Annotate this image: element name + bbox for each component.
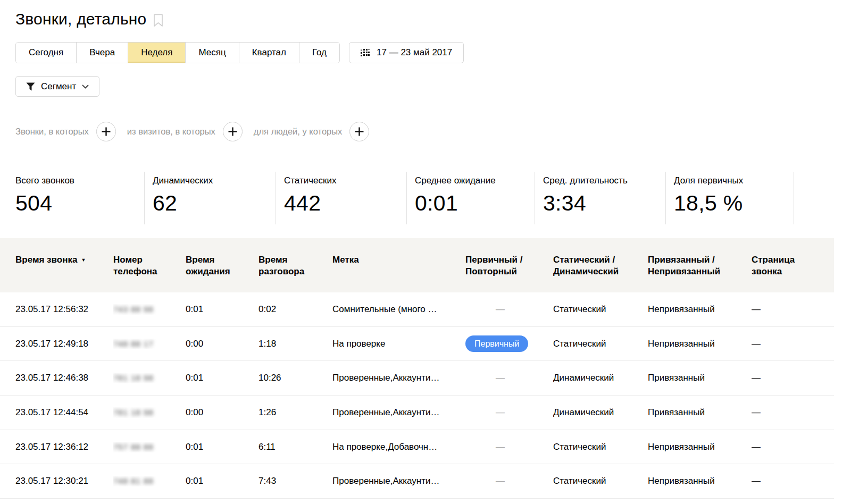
column-phone: Номер телефона [113,254,186,278]
table-row: 23.05.17 12:46:38 781 18 98 0:01 10:26 П… [0,361,834,396]
call-page-value: — [752,339,834,349]
stat-label: Сред. длительность [543,175,665,186]
call-label: Проверенные,Аккаунти… [332,476,465,486]
first-repeat-value: — [496,304,505,314]
filter-bar: Звонки, в которых из визитов, в которых … [15,122,851,141]
column-static-dynamic: Статический / Динамический [553,254,648,278]
segment-row: Сегмент [15,76,851,97]
bound-value: Непривязанный [648,304,752,315]
period-selector-row: Сегодня Вчера Неделя Месяц Квартал Год 1… [15,42,851,63]
call-time: 23.05.17 12:30:21 [15,476,113,486]
call-label: На проверке,Добавочн… [332,442,465,452]
filter-label-calls: Звонки, в которых [15,127,89,137]
filter-label-people: для людей, у которых [254,127,343,137]
talk-time: 1:18 [258,339,332,349]
first-repeat-value: — [496,476,505,486]
wait-time: 0:01 [186,373,258,383]
static-dynamic-value: Статический [553,442,648,452]
call-time: 23.05.17 12:44:54 [15,407,113,418]
stat-static: Статических 442 [276,172,407,224]
column-call-time[interactable]: Время звонка▼ [15,254,113,266]
table-header: Время звонка▼ Номер телефона Время ожида… [0,238,834,292]
first-repeat-value: — [496,373,505,383]
call-page-value: — [752,442,834,452]
stat-first-share: Доля первичных 18,5 % [666,172,794,224]
add-visit-condition-button[interactable] [223,122,243,141]
add-people-condition-button[interactable] [349,122,369,141]
column-talk-time: Время разговора [258,254,332,278]
period-tab-group: Сегодня Вчера Неделя Месяц Квартал Год [15,42,340,63]
tab-quarter[interactable]: Квартал [239,43,299,63]
tab-year[interactable]: Год [299,43,339,63]
call-page-value: — [752,304,834,315]
first-call-badge: Первичный [465,335,528,352]
wait-time: 0:00 [186,407,258,418]
stat-value: 3:34 [543,191,665,216]
filter-label-visits: из визитов, в которых [127,127,215,137]
stat-label: Статических [284,175,406,186]
wait-time: 0:00 [186,339,258,349]
call-page-value: — [752,373,834,383]
stat-value: 62 [153,191,276,216]
static-dynamic-value: Динамический [553,407,648,418]
table-row: 23.05.17 12:30:21 748 81 88 0:01 7:43 Пр… [0,464,834,499]
column-label: Метка [332,254,465,266]
column-first-repeat: Первичный / Повторный [465,254,553,278]
talk-time: 0:02 [258,304,332,315]
call-page-value: — [752,476,834,486]
stat-value: 0:01 [415,191,535,216]
tab-today[interactable]: Сегодня [16,43,76,63]
phone-number-blurred: 781 18 98 [113,373,154,382]
talk-time: 6:11 [258,442,332,452]
phone-number-blurred: 781 18 98 [113,408,154,417]
segment-button[interactable]: Сегмент [15,76,99,97]
stat-value: 504 [15,191,144,216]
call-label: На проверке [332,339,465,349]
talk-time: 1:26 [258,407,332,418]
column-wait-time: Время ожидания [186,254,258,278]
date-range-button[interactable]: 17 — 23 май 2017 [349,42,464,63]
call-time: 23.05.17 12:46:38 [15,373,113,383]
static-dynamic-value: Статический [553,304,648,315]
stat-dynamic: Динамических 62 [145,172,276,224]
bound-value: Привязанный [648,373,752,383]
talk-time: 7:43 [258,476,332,486]
tab-week[interactable]: Неделя [128,43,185,63]
call-time: 23.05.17 12:36:12 [15,442,113,452]
phone-number-blurred: 748 88 17 [113,339,154,348]
talk-time: 10:26 [258,373,332,383]
call-label: Проверенные,Аккаунти… [332,373,465,383]
call-page-value: — [752,407,834,418]
stat-value: 18,5 % [674,191,794,216]
column-bound: Привязанный / Непривязанный [648,254,752,278]
add-call-condition-button[interactable] [96,122,116,141]
tab-month[interactable]: Месяц [185,43,238,63]
wait-time: 0:01 [186,476,258,486]
stat-avg-duration: Сред. длительность 3:34 [535,172,666,224]
stat-label: Среднее ожидание [415,175,535,186]
bound-value: Непривязанный [648,442,752,452]
bookmark-icon[interactable] [153,14,163,27]
table-row: 23.05.17 12:44:54 781 18 98 0:00 1:26 Пр… [0,396,834,430]
stat-label: Динамических [153,175,276,186]
funnel-icon [26,82,35,91]
page-header: Звонки, детально [0,0,851,30]
static-dynamic-value: Статический [553,339,648,349]
sort-desc-icon: ▼ [81,257,86,263]
date-range-label: 17 — 23 май 2017 [377,47,452,58]
stat-avg-wait: Среднее ожидание 0:01 [407,172,535,224]
calls-detail-page: Звонки, детально Сегодня Вчера Неделя Ме… [0,0,851,504]
static-dynamic-value: Статический [553,476,648,486]
first-repeat-value: — [496,407,505,417]
summary-stats: Всего звонков 504 Динамических 62 Статич… [0,172,851,224]
table-row: 23.05.17 12:49:18 748 88 17 0:00 1:18 На… [0,327,834,362]
bound-value: Непривязанный [648,476,752,486]
call-time: 23.05.17 12:56:32 [15,304,113,315]
phone-number-blurred: 743 88 98 [113,305,154,314]
call-label: Сомнительные (много … [332,304,465,315]
table-row: 23.05.17 12:56:32 743 88 98 0:01 0:02 Со… [0,292,834,327]
stat-label: Доля первичных [674,175,794,186]
stat-total-calls: Всего звонков 504 [0,172,145,224]
call-time: 23.05.17 12:49:18 [15,339,113,349]
tab-yesterday[interactable]: Вчера [76,43,128,63]
